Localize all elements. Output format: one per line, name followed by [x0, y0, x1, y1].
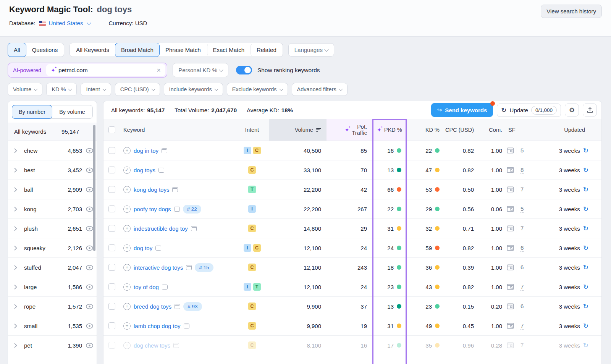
tab-related[interactable]: Related [251, 43, 283, 57]
serp-features-icon[interactable] [184, 324, 189, 328]
column-header-pot-traffic[interactable]: ✦ Pot. Traffic [327, 119, 372, 141]
row-checkbox[interactable] [108, 342, 115, 349]
sf-count[interactable]: 7 [520, 186, 524, 193]
sf-count[interactable]: 5 [520, 147, 524, 154]
column-header-keyword[interactable]: Keyword [120, 119, 235, 141]
add-keyword-plus-icon[interactable]: + [123, 342, 131, 349]
send-keywords-button[interactable]: ↪ Send keywords [431, 103, 493, 117]
keyword-link[interactable]: dog chew toys [134, 342, 170, 349]
column-header-sf[interactable]: SF [506, 119, 542, 141]
tab-exact-match[interactable]: Exact Match [207, 43, 251, 57]
column-header-kd[interactable]: KD % [407, 119, 445, 141]
add-keyword-plus-icon[interactable]: + [123, 303, 131, 310]
tab-broad-match[interactable]: Broad Match [115, 43, 160, 57]
hide-group-eye-icon[interactable] [82, 343, 97, 348]
refresh-icon[interactable]: ↻ [583, 264, 588, 271]
filter-kd[interactable]: KD % [46, 83, 77, 96]
sidebar-group-plush[interactable]: plush 2,651 [8, 219, 97, 238]
sf-count[interactable]: 8 [520, 167, 524, 174]
serp-preview-icon[interactable] [507, 167, 514, 173]
sidebar-group-large[interactable]: large 1,586 [8, 277, 97, 297]
serp-preview-icon[interactable] [507, 284, 514, 290]
refresh-icon[interactable]: ↻ [583, 284, 588, 290]
add-keyword-plus-icon[interactable]: + [123, 322, 131, 330]
row-checkbox[interactable] [108, 264, 115, 271]
serp-preview-icon[interactable] [507, 186, 514, 193]
add-keyword-plus-icon[interactable]: + [123, 283, 131, 291]
serp-preview-icon[interactable] [507, 206, 514, 212]
sidebar-group-rope[interactable]: rope 1,572 [8, 297, 97, 316]
serp-features-icon[interactable] [191, 226, 197, 231]
serp-features-icon[interactable] [162, 148, 167, 153]
column-header-intent[interactable]: Intent [235, 119, 269, 141]
row-checkbox[interactable] [108, 225, 115, 232]
sf-count[interactable]: 6 [520, 303, 524, 310]
row-checkbox[interactable] [108, 147, 115, 154]
column-header-volume[interactable]: Volume [269, 119, 327, 141]
serp-preview-icon[interactable] [507, 323, 514, 329]
show-ranking-keywords-toggle[interactable] [236, 66, 252, 74]
serp-preview-icon[interactable] [507, 147, 514, 154]
serp-features-icon[interactable] [162, 285, 168, 290]
settings-button[interactable]: ⚙ [565, 104, 579, 116]
tab-all-keywords[interactable]: All Keywords [70, 43, 115, 57]
view-search-history-button[interactable]: View search history [541, 5, 602, 18]
keyword-link[interactable]: toy of dog [134, 284, 159, 290]
keyword-link[interactable]: kong dog toys [134, 186, 169, 193]
refresh-icon[interactable]: ↻ [583, 303, 588, 310]
row-checkbox[interactable] [108, 205, 115, 212]
sf-count[interactable]: 6 [520, 264, 524, 271]
add-keyword-plus-icon[interactable]: + [123, 225, 131, 232]
sf-count[interactable]: 7 [520, 322, 524, 330]
select-all-checkbox[interactable] [108, 126, 115, 133]
tab-all[interactable]: All [8, 43, 26, 57]
column-header-cpc[interactable]: CPC (USD) [445, 119, 483, 141]
filter-cpc-usd[interactable]: CPC (USD) [115, 83, 160, 96]
column-header-com[interactable]: Com. [483, 119, 506, 141]
refresh-icon[interactable]: ↻ [583, 147, 588, 154]
filter-intent[interactable]: Intent [81, 83, 111, 96]
filter-advanced-filters[interactable]: Advanced filters [292, 83, 348, 96]
languages-dropdown[interactable]: Languages [288, 43, 334, 57]
serp-features-icon[interactable] [174, 207, 180, 212]
serp-features-icon[interactable] [175, 304, 180, 309]
hide-group-eye-icon[interactable] [82, 284, 97, 290]
serp-features-icon[interactable] [155, 246, 161, 251]
tab-questions[interactable]: Questions [26, 43, 64, 57]
keyword-added-check-icon[interactable]: ✓ [123, 167, 131, 174]
database-select[interactable]: United States [48, 20, 91, 26]
serp-features-icon[interactable] [158, 168, 164, 173]
column-header-pkd[interactable]: ✦ PKD % [372, 119, 407, 141]
refresh-icon[interactable]: ↻ [583, 245, 588, 251]
row-checkbox[interactable] [108, 322, 115, 329]
row-checkbox[interactable] [108, 167, 115, 173]
keyword-search-input[interactable] [58, 67, 154, 74]
refresh-icon[interactable]: ↻ [583, 323, 588, 329]
keyword-link[interactable]: interactive dog toys [134, 264, 183, 271]
serp-preview-icon[interactable] [507, 245, 514, 251]
keyword-link[interactable]: dog toy [134, 245, 152, 251]
sidebar-group-squeaky[interactable]: squeaky 2,126 [8, 238, 97, 258]
hide-group-eye-icon[interactable] [82, 323, 97, 329]
filter-volume[interactable]: Volume [8, 83, 42, 96]
sidebar-tab-by-volume[interactable]: By volume [52, 105, 92, 118]
serp-preview-icon[interactable] [507, 342, 514, 349]
filter-include-keywords[interactable]: Include keywords [164, 83, 223, 96]
row-checkbox[interactable] [108, 303, 115, 310]
sf-count[interactable]: 7 [520, 283, 524, 291]
column-header-updated[interactable]: Updated [542, 119, 602, 141]
serp-preview-icon[interactable] [507, 225, 514, 232]
personal-kd-dropdown[interactable]: Personal KD % [173, 63, 228, 77]
keyword-link[interactable]: lamb chop dog toy [134, 323, 181, 329]
add-keyword-plus-icon[interactable]: + [123, 205, 131, 213]
sidebar-group-pet[interactable]: pet 1,390 [8, 336, 97, 355]
serp-features-icon[interactable] [186, 265, 192, 270]
refresh-icon[interactable]: ↻ [583, 206, 588, 212]
add-keyword-plus-icon[interactable]: + [123, 244, 131, 252]
keyword-link[interactable]: poofy toy dogs [134, 206, 171, 212]
row-checkbox[interactable] [108, 283, 115, 290]
refresh-icon[interactable]: ↻ [583, 225, 588, 232]
ranking-position-badge[interactable]: # 93 [183, 302, 202, 311]
sf-count[interactable]: 7 [520, 342, 524, 349]
serp-preview-icon[interactable] [507, 303, 514, 310]
